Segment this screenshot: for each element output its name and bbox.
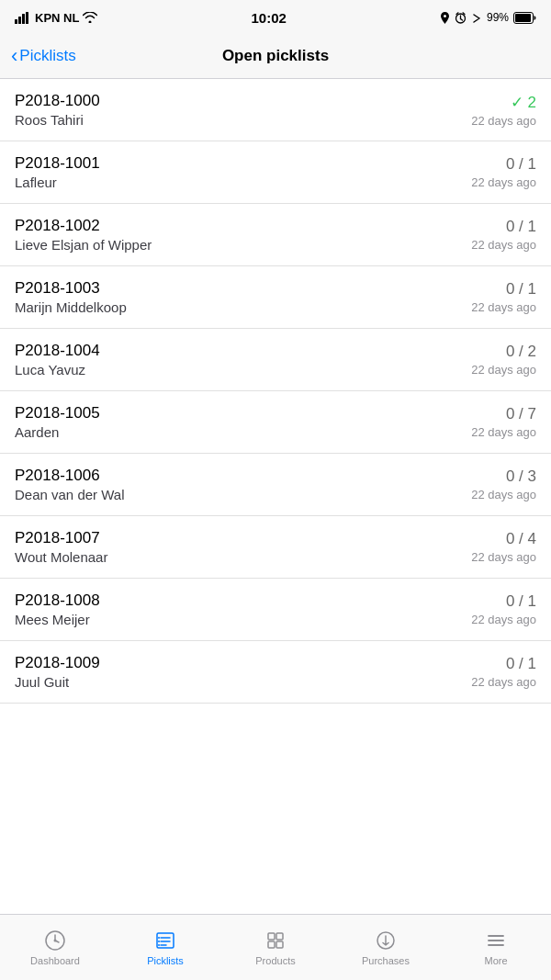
tab-products[interactable]: Products (220, 915, 331, 980)
item-time: 22 days ago (471, 550, 536, 564)
item-status: 0 / 1 (506, 592, 536, 611)
tab-products-label: Products (255, 955, 295, 966)
item-meta: ✓ 2 22 days ago (471, 93, 536, 128)
list-item[interactable]: P2018-1007 Wout Molenaar 0 / 4 22 days a… (0, 516, 551, 579)
item-status: 0 / 1 (506, 218, 536, 236)
tab-more[interactable]: More (441, 915, 551, 980)
wifi-icon (83, 12, 97, 23)
item-status: ✓ 2 (511, 93, 536, 112)
list-item[interactable]: P2018-1002 Lieve Elsjan of Wipper 0 / 1 … (0, 204, 551, 266)
list-item[interactable]: P2018-1005 Aarden 0 / 7 22 days ago (0, 391, 551, 454)
item-code: P2018-1005 (15, 404, 100, 422)
item-name: Lieve Elsjan of Wipper (15, 237, 152, 253)
item-meta: 0 / 1 22 days ago (471, 592, 536, 626)
svg-point-12 (54, 940, 57, 942)
item-status: 0 / 1 (506, 655, 536, 673)
tab-dashboard-label: Dashboard (30, 955, 80, 966)
item-meta: 0 / 4 22 days ago (471, 530, 536, 564)
svg-rect-22 (268, 941, 275, 948)
picklist-items: P2018-1000 Roos Tahiri ✓ 2 22 days ago P… (0, 79, 551, 704)
item-info: P2018-1003 Marijn Middelkoop (15, 279, 127, 315)
list-item[interactable]: P2018-1003 Marijn Middelkoop 0 / 1 22 da… (0, 266, 551, 329)
location-icon (440, 12, 450, 24)
item-time: 22 days ago (471, 363, 536, 377)
status-bar: KPN NL 10:02 99% (0, 0, 551, 33)
item-status: 0 / 2 (506, 343, 536, 361)
item-time: 22 days ago (471, 114, 536, 128)
item-code: P2018-1009 (15, 654, 100, 672)
item-meta: 0 / 1 22 days ago (471, 218, 536, 252)
back-button[interactable]: ‹ Picklists (11, 46, 76, 66)
item-name: Mees Meijer (15, 612, 100, 627)
status-icons: 99% (440, 11, 536, 24)
list-item[interactable]: P2018-1006 Dean van der Wal 0 / 3 22 day… (0, 454, 551, 516)
svg-rect-21 (276, 933, 283, 940)
dashboard-icon (43, 929, 67, 952)
products-icon (264, 929, 287, 952)
item-code: P2018-1004 (15, 342, 100, 360)
item-info: P2018-1008 Mees Meijer (15, 591, 100, 627)
tab-picklists[interactable]: Picklists (110, 915, 220, 980)
item-meta: 0 / 3 22 days ago (471, 467, 536, 501)
item-time: 22 days ago (471, 613, 536, 626)
item-status: 0 / 1 (506, 280, 536, 299)
item-name: Aarden (15, 424, 100, 440)
alarm-icon (455, 12, 467, 24)
svg-line-6 (460, 18, 462, 20)
list-item[interactable]: P2018-1009 Juul Guit 0 / 1 22 days ago (0, 641, 551, 704)
item-code: P2018-1001 (15, 154, 100, 173)
svg-rect-2 (22, 14, 25, 24)
tab-dashboard[interactable]: Dashboard (0, 915, 110, 980)
picklist-list: P2018-1000 Roos Tahiri ✓ 2 22 days ago P… (0, 79, 551, 770)
item-status: 0 / 3 (506, 467, 536, 486)
item-name: Lafleur (15, 175, 100, 190)
item-name: Juul Guit (15, 674, 100, 690)
item-code: P2018-1008 (15, 591, 100, 610)
item-status: 0 / 4 (506, 530, 536, 548)
tab-purchases-label: Purchases (362, 955, 410, 966)
list-item[interactable]: P2018-1004 Luca Yavuz 0 / 2 22 days ago (0, 329, 551, 391)
item-info: P2018-1006 Dean van der Wal (15, 467, 125, 502)
status-time: 10:02 (251, 10, 286, 26)
item-name: Marijn Middelkoop (15, 299, 127, 315)
item-name: Wout Molenaar (15, 549, 107, 565)
item-time: 22 days ago (471, 175, 536, 189)
back-chevron-icon: ‹ (11, 46, 17, 66)
item-code: P2018-1003 (15, 279, 127, 298)
item-status: 0 / 7 (506, 405, 536, 423)
item-code: P2018-1007 (15, 529, 107, 547)
svg-rect-1 (18, 17, 21, 24)
list-item[interactable]: P2018-1000 Roos Tahiri ✓ 2 22 days ago (0, 79, 551, 141)
item-time: 22 days ago (471, 675, 536, 689)
item-status: 0 / 1 (506, 155, 536, 174)
item-time: 22 days ago (471, 300, 536, 314)
item-name: Luca Yavuz (15, 362, 100, 377)
list-item[interactable]: P2018-1001 Lafleur 0 / 1 22 days ago (0, 141, 551, 204)
item-code: P2018-1006 (15, 467, 125, 485)
item-info: P2018-1002 Lieve Elsjan of Wipper (15, 217, 152, 253)
tab-bar: Dashboard Picklists Products (0, 914, 551, 980)
item-meta: 0 / 1 22 days ago (471, 280, 536, 314)
nav-title: Open picklists (222, 47, 329, 65)
item-time: 22 days ago (471, 238, 536, 252)
item-info: P2018-1005 Aarden (15, 404, 100, 440)
tab-purchases[interactable]: Purchases (331, 915, 441, 980)
item-name: Roos Tahiri (15, 112, 100, 128)
item-time: 22 days ago (471, 425, 536, 439)
item-meta: 0 / 1 22 days ago (471, 655, 536, 689)
item-info: P2018-1000 Roos Tahiri (15, 92, 100, 128)
item-meta: 0 / 7 22 days ago (471, 405, 536, 439)
svg-rect-23 (276, 941, 283, 948)
svg-rect-10 (515, 14, 531, 22)
bluetooth-icon (471, 12, 482, 24)
list-item[interactable]: P2018-1008 Mees Meijer 0 / 1 22 days ago (0, 579, 551, 641)
svg-rect-0 (15, 19, 17, 24)
item-meta: 0 / 1 22 days ago (471, 155, 536, 189)
signal-icon (15, 12, 31, 24)
battery-icon (513, 12, 536, 24)
item-time: 22 days ago (471, 488, 536, 501)
status-carrier: KPN NL (15, 11, 97, 25)
svg-rect-20 (268, 933, 275, 940)
item-name: Dean van der Wal (15, 487, 125, 502)
item-info: P2018-1009 Juul Guit (15, 654, 100, 690)
